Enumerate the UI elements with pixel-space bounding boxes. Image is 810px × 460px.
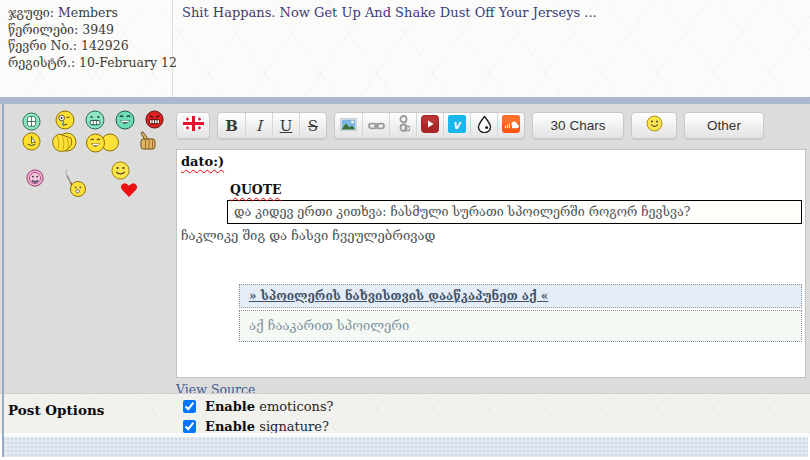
bold-button[interactable]: B (218, 113, 245, 138)
posts-label: წერილები: (8, 22, 78, 37)
char-count-label: 30 Chars (551, 118, 606, 133)
poster-posts-line: წერილები: 3949 (8, 22, 164, 39)
heart-icon[interactable] (120, 182, 138, 202)
divider-band (0, 97, 810, 104)
bold-label: B (219, 117, 245, 135)
strikethrough-button[interactable]: S (299, 113, 326, 138)
insert-link-button[interactable] (362, 113, 389, 138)
thread-title: Shit Happans. Now Get Up And Shake Dust … (182, 4, 801, 21)
angry-smiley-icon[interactable] (145, 110, 164, 133)
link-icon (368, 116, 385, 135)
underline-label: U (273, 117, 299, 135)
classic-smiley-icon[interactable] (111, 161, 130, 184)
post-header-row: ჯგუფი: Members წერილები: 3949 წევრი No.:… (0, 0, 810, 97)
remove-link-button[interactable] (389, 113, 416, 138)
drop-media-button[interactable] (470, 113, 497, 138)
italic-label: I (246, 117, 272, 135)
left-accent-border (2, 104, 4, 457)
editor-text-line: dato:) (181, 154, 224, 169)
editor-content-area[interactable]: dato:) QUOTE და კიდევ ერთი კითხვა: ჩასმუ… (176, 149, 806, 378)
spoiler-block: » სპოილერის ნახვისთვის დააწკაპუნეთ აქ « … (239, 284, 802, 342)
poster-info-panel: ჯგუფი: Members წერილები: 3949 წევრი No.:… (0, 0, 173, 97)
sail-smiley-icon[interactable] (22, 132, 41, 155)
georgian-flag-button[interactable] (176, 112, 210, 139)
enable-signature-label-rest: signature? (255, 419, 329, 434)
enable-signature-label-bold: Enable (205, 419, 255, 434)
poster-group-line: ჯგუფი: Members (8, 5, 164, 22)
pink-smiley-icon[interactable] (26, 169, 44, 191)
emoticons-panel (4, 104, 172, 393)
spoiler-toggle[interactable]: » სპოილერის ნახვისთვის დააწკაპუნეთ აქ « (239, 284, 802, 308)
strikethrough-label: S (300, 117, 326, 135)
post-editor: B I U S (176, 112, 806, 398)
emoticons-tab[interactable] (631, 112, 677, 139)
editor-section: B I U S (0, 104, 810, 393)
reply-text: ჩაკლიკე შიგ და ჩასვი ჩვეულებრივად (181, 228, 803, 243)
rofl-pair-smiley-icon[interactable] (86, 133, 119, 157)
post-options-label-cell: Post Options (0, 394, 173, 433)
thumbs-up-icon[interactable] (137, 131, 160, 156)
memberno-value: 142926 (81, 38, 129, 53)
smiley-icon (646, 115, 663, 136)
group-value: Members (58, 5, 118, 20)
other-tab[interactable]: Other (684, 112, 764, 139)
youtube-icon (421, 115, 439, 137)
insert-image-button[interactable] (335, 113, 362, 138)
drop-icon (477, 115, 492, 137)
format-button-group: B I U S (217, 112, 327, 139)
forum-post-editor-page: ჯგუფი: Members წერილები: 3949 წევრი No.:… (0, 0, 810, 460)
char-count-button[interactable]: 30 Chars (532, 112, 624, 139)
footer-band (2, 437, 808, 457)
soundcloud-button[interactable] (497, 113, 524, 138)
registered-value: 10-February 12 (79, 55, 177, 70)
enable-emoticons-checkbox[interactable] (183, 400, 196, 413)
post-options-title: Post Options (8, 402, 104, 418)
post-options-controls: Enable emoticons? Enable signature? (173, 394, 810, 433)
spoiler-content: აქ ჩააკარით სპოილერი (239, 310, 802, 342)
poster-registered-line: რეგისტრ.: 10-February 12 (8, 55, 164, 72)
smoking-smiley-icon[interactable] (57, 167, 88, 202)
quote-label: QUOTE (230, 182, 282, 197)
quote-box: და კიდევ ერთი კითხვა: ჩასმული სურათი სპო… (227, 200, 802, 224)
enable-emoticons-option: Enable emoticons? (183, 397, 810, 415)
underline-button[interactable]: U (272, 113, 299, 138)
enable-signature-checkbox[interactable] (183, 420, 196, 433)
editor-toolbar: B I U S (176, 112, 806, 142)
registered-label: რეგისტრ.: (8, 55, 75, 70)
enable-emoticons-label-bold: Enable (205, 399, 255, 414)
media-button-group: v (334, 112, 525, 139)
vimeo-icon: v (448, 115, 466, 137)
enable-emoticons-label-rest: emoticons? (255, 399, 333, 414)
soundcloud-icon (502, 115, 520, 137)
facepalm-smiley-icon[interactable] (50, 130, 77, 159)
post-options-row: Post Options Enable emoticons? Enable si… (0, 393, 810, 433)
grin-smiley-icon[interactable] (85, 110, 105, 134)
georgian-flag-icon (183, 116, 204, 135)
italic-button[interactable]: I (245, 113, 272, 138)
group-label: ჯგუფი: (8, 5, 54, 20)
posts-value: 3949 (82, 22, 114, 37)
thread-title-cell: Shit Happans. Now Get Up And Shake Dust … (173, 0, 810, 97)
other-tab-label: Other (707, 118, 741, 133)
vimeo-button[interactable]: v (443, 113, 470, 138)
youtube-button[interactable] (416, 113, 443, 138)
unlink-icon (397, 115, 410, 136)
laugh-smiley-icon[interactable] (115, 110, 135, 134)
svg-text:v: v (453, 116, 461, 131)
memberno-label: წევრი No.: (8, 38, 77, 53)
poster-memberno-line: წევრი No.: 142926 (8, 38, 164, 55)
image-icon (340, 116, 357, 135)
